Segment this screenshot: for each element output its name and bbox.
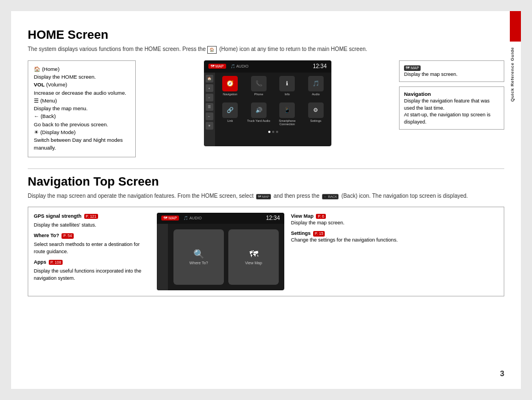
nav-label-link: Link	[227, 119, 233, 122]
where-desc: Select search methods to enter a destina…	[34, 241, 150, 255]
apps-label: Apps	[34, 259, 47, 265]
screen-main-area: 🧭 Navigation 📞 Phone ℹ Info	[215, 73, 331, 146]
home-icon: 🏠	[207, 46, 217, 54]
display-mode-btn[interactable]: ☀	[206, 122, 213, 130]
nav-label-settings: Settings	[310, 119, 321, 122]
home-icon-label: 🏠 (Home)	[34, 66, 59, 72]
view-map-label-section: View Map P. 6 Display the map screen.	[291, 213, 498, 227]
home-screen-mockup: 🗺 MAP 🎵 AUDIO 12:34 🏠 + − ☰ ← ☀	[204, 60, 331, 146]
nav-item-info[interactable]: ℹ Info	[274, 76, 301, 96]
menu-btn[interactable]: ☰	[206, 103, 213, 111]
view-map-btn-label: View Map	[245, 261, 262, 265]
home-display-text: Display the HOME screen.	[34, 74, 96, 80]
settings-nav-label: Settings	[291, 230, 311, 236]
where-to-screen-btn[interactable]: 🔍 Where To?	[173, 229, 224, 285]
home-btn[interactable]: 🏠	[206, 75, 213, 83]
view-map-desc: Display the map screen.	[291, 220, 345, 225]
info-icon: ℹ	[279, 76, 295, 91]
back-btn[interactable]: ←	[206, 112, 213, 120]
settings-label-section: Settings P. 15 Change the settings for t…	[291, 230, 498, 244]
back-icon: ← (Back)	[34, 113, 56, 119]
nav-screen-sidebar	[157, 224, 168, 290]
vol-desc: Increase or decrease the audio volume.	[34, 90, 126, 96]
nav-callout-text: Display the navigation feature that was …	[404, 98, 499, 125]
where-to-btn-icon: 🔍	[193, 249, 204, 259]
nav-top-subtitle: Display the map screen and operate the n…	[28, 192, 504, 200]
nav-item-audio[interactable]: 🎵 Audio	[303, 76, 329, 96]
screen-dots	[215, 129, 331, 135]
nav-top-content-area: GPS signal strength P. 121 Display the s…	[28, 207, 504, 296]
section-divider	[28, 168, 504, 169]
vol-suffix: (Volume)	[45, 81, 68, 88]
page-number: 3	[500, 369, 504, 378]
where-ref: P. 54	[62, 233, 73, 239]
gps-label: GPS signal strength	[34, 213, 81, 219]
apps-label-row: Apps P. 108	[34, 259, 150, 266]
phone-icon: 📞	[251, 76, 267, 91]
nav-top-right-labels: View Map P. 6 Display the map screen. Se…	[291, 213, 498, 244]
where-label-row: Where To? P. 54	[34, 232, 150, 239]
nav-screen-grid: 🔍 Where To? 🗺 View Map	[168, 224, 284, 290]
where-to-section: Where To? P. 54 Select search methods to…	[34, 232, 150, 255]
view-map-btn-icon: 🗺	[249, 249, 258, 259]
gps-desc: Display the satellites' status.	[34, 222, 150, 229]
screen-left-buttons: 🏠 + − ☰ ← ☀	[204, 73, 215, 146]
dot-3	[276, 131, 278, 133]
screen-time: 12:34	[313, 63, 326, 69]
where-label: Where To?	[34, 233, 59, 238]
home-instructions-box: 🏠 (Home) Display the HOME screen. VOL (V…	[28, 60, 136, 157]
view-map-ref: P. 6	[316, 214, 326, 219]
nav-top-section: Navigation Top Screen Display the map sc…	[28, 175, 504, 296]
dot-2	[272, 131, 274, 133]
nav-screen-top-bar: 🗺 MAP 🎵 AUDIO 12:34	[157, 213, 284, 224]
side-tab: Quick Reference Guide	[510, 11, 521, 389]
screen-bottom-grid: 🔗 Link 🔊 Truck Yard Audio 📱 Smartphone	[215, 99, 331, 129]
display-mode-icon: ☀ (Display Mode)	[34, 129, 76, 135]
nav-label-navigation: Navigation	[223, 93, 237, 96]
menu-desc: Display the map menu.	[34, 105, 88, 111]
map-callout-text: Display the map screen.	[404, 71, 499, 78]
nav-callout-box: Navigation Display the navigation featur…	[399, 86, 504, 130]
vol-label: VOL	[34, 81, 45, 88]
nav-screen-main: 🔍 Where To? 🗺 View Map	[157, 224, 284, 290]
nav-item-phone[interactable]: 📞 Phone	[245, 76, 272, 96]
audio-icon: 🎵	[308, 76, 324, 91]
nav-screen-mockup: 🗺 MAP 🎵 AUDIO 12:34 🔍 Where To? 🗺 View M…	[157, 213, 284, 290]
nav-item-smartphone[interactable]: 📱 Smartphone Connection	[274, 102, 301, 126]
home-screen-section: HOME Screen The system displays various …	[28, 28, 504, 157]
red-tab-block	[510, 11, 521, 42]
dot-1	[268, 131, 270, 133]
settings-ref: P. 15	[313, 231, 325, 237]
truckyard-icon: 🔊	[251, 102, 267, 118]
nav-item-navigation[interactable]: 🧭 Navigation	[217, 76, 244, 96]
vol-plus-btn[interactable]: +	[206, 84, 213, 92]
nav-item-link[interactable]: 🔗 Link	[217, 102, 244, 126]
nav-audio-btn: 🎵 AUDIO	[183, 216, 202, 220]
menu-icon: ☰ (Menu)	[34, 98, 57, 104]
nav-label-info: Info	[285, 93, 290, 96]
apps-desc: Display the useful functions incorporate…	[34, 268, 150, 281]
nav-label-phone: Phone	[254, 93, 263, 96]
home-screen-subtitle: The system displays various functions fr…	[28, 45, 504, 54]
link-icon: 🔗	[222, 102, 238, 118]
nav-screen-time: 12:34	[266, 215, 280, 221]
vol-minus-btn[interactable]: −	[206, 94, 213, 101]
home-content-area: 🏠 (Home) Display the HOME screen. VOL (V…	[28, 60, 504, 157]
home-screen-title: HOME Screen	[28, 28, 504, 42]
view-map-label: View Map	[291, 213, 314, 219]
navigation-icon: 🧭	[222, 76, 238, 91]
settings-icon: ⚙	[308, 102, 324, 118]
nav-top-title: Navigation Top Screen	[28, 175, 504, 189]
view-map-screen-btn[interactable]: 🗺 View Map	[228, 229, 279, 285]
nav-item-settings[interactable]: ⚙ Settings	[303, 102, 329, 126]
apps-ref: P. 108	[49, 260, 63, 265]
nav-item-truckyard[interactable]: 🔊 Truck Yard Audio	[245, 102, 272, 126]
where-to-btn-label: Where To?	[190, 261, 208, 265]
nav-label-audio: Audio	[312, 93, 320, 96]
map-callout-icon-row: 🗺 MAP	[404, 64, 499, 71]
gps-ref: P. 121	[84, 214, 98, 219]
audio-button: 🎵 AUDIO	[231, 64, 249, 69]
screen-nav-grid: 🧭 Navigation 📞 Phone ℹ Info	[215, 73, 331, 99]
nav-label-truckyard: Truck Yard Audio	[247, 119, 270, 122]
map-select-icon: 🗺 MAP	[256, 194, 271, 199]
